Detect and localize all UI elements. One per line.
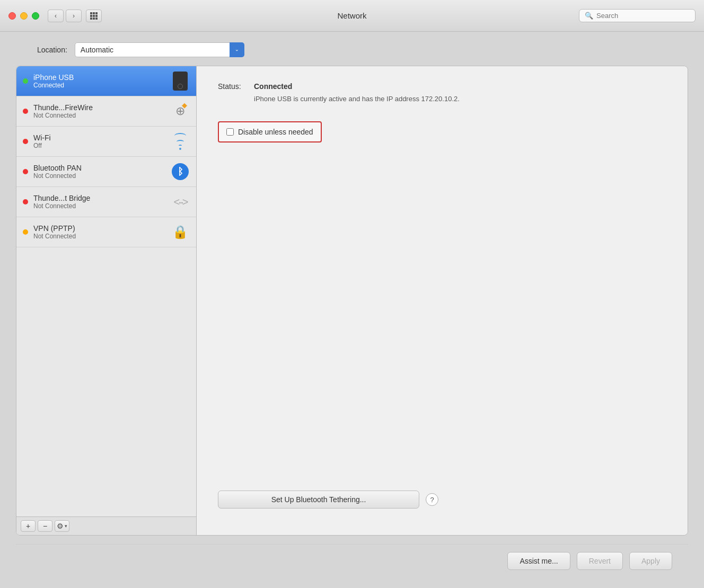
- search-box[interactable]: 🔍: [579, 9, 696, 22]
- search-input[interactable]: [596, 12, 681, 20]
- sidebar-item-iphone-usb[interactable]: iPhone USB Connected: [16, 66, 196, 96]
- minimize-button[interactable]: [20, 12, 28, 20]
- detail-spacer: [218, 142, 666, 491]
- status-dot-red-bt: [23, 169, 28, 174]
- vpn-name: VPN (PPTP): [33, 224, 171, 233]
- iphone-usb-status: Connected: [33, 82, 171, 89]
- vpn-status: Not Connected: [33, 233, 171, 240]
- iphone-icon: [171, 72, 190, 91]
- grid-button[interactable]: [86, 10, 102, 22]
- status-row: Status: Connected iPhone USB is currentl…: [218, 82, 666, 104]
- sidebar-item-bluetooth-pan[interactable]: Bluetooth PAN Not Connected ᛒ: [16, 157, 196, 187]
- location-select[interactable]: Automatic: [75, 42, 244, 57]
- wifi-status: Off: [33, 142, 171, 149]
- wifi-name: Wi-Fi: [33, 133, 171, 142]
- setup-bluetooth-button[interactable]: Set Up Bluetooth Tethering...: [218, 491, 419, 509]
- panels-container: iPhone USB Connected Thunde...FireWire N…: [16, 66, 688, 536]
- help-button[interactable]: ?: [426, 493, 438, 506]
- main-content: Location: Automatic iPhone USB Connected: [0, 32, 704, 588]
- detail-panel: Status: Connected iPhone USB is currentl…: [197, 66, 688, 535]
- revert-button[interactable]: Revert: [577, 552, 623, 570]
- remove-network-button[interactable]: −: [38, 520, 52, 532]
- status-connected-value: Connected: [254, 82, 460, 91]
- status-description: iPhone USB is currently active and has t…: [254, 94, 460, 104]
- sidebar-item-wifi[interactable]: Wi-Fi Off: [16, 127, 196, 157]
- status-dot-red: [23, 109, 28, 114]
- sidebar-item-thunderbolt-firewire[interactable]: Thunde...FireWire Not Connected ⊕ ◆: [16, 96, 196, 127]
- thunderbolt-bridge-status: Not Connected: [33, 202, 171, 210]
- bluetooth-pan-text: Bluetooth PAN Not Connected: [33, 164, 171, 180]
- location-bar: Location: Automatic: [16, 42, 688, 57]
- status-value-container: Connected iPhone USB is currently active…: [254, 82, 460, 104]
- sidebar-toolbar: + − ⚙ ▾: [16, 516, 196, 535]
- thunderbolt-firewire-status: Not Connected: [33, 112, 171, 119]
- location-label: Location:: [37, 46, 67, 54]
- bluetooth-icon: ᛒ: [171, 162, 190, 181]
- thunderbolt-firewire-name: Thunde...FireWire: [33, 103, 171, 112]
- disable-checkbox-container[interactable]: Disable unless needed: [218, 121, 322, 142]
- bluetooth-pan-name: Bluetooth PAN: [33, 164, 171, 172]
- sidebar-item-thunderbolt-bridge[interactable]: Thunde...t Bridge Not Connected <···>: [16, 187, 196, 217]
- thunderbolt-firewire-text: Thunde...FireWire Not Connected: [33, 103, 171, 119]
- iphone-device-icon: [173, 72, 188, 91]
- bluetooth-pan-status: Not Connected: [33, 172, 171, 180]
- status-label: Status:: [218, 82, 250, 91]
- nav-buttons: ‹ ›: [48, 10, 82, 22]
- apply-button[interactable]: Apply: [629, 552, 672, 570]
- bottom-bar: Assist me... Revert Apply: [16, 544, 688, 577]
- thunderbolt-bridge-icon: <···>: [171, 192, 190, 211]
- back-button[interactable]: ‹: [48, 10, 64, 22]
- iphone-usb-name: iPhone USB: [33, 73, 171, 82]
- sidebar: iPhone USB Connected Thunde...FireWire N…: [16, 66, 197, 535]
- sidebar-list: iPhone USB Connected Thunde...FireWire N…: [16, 66, 196, 516]
- window-title: Network: [337, 11, 366, 20]
- location-select-container: Automatic: [75, 42, 244, 57]
- status-dot-red-wifi: [23, 139, 28, 144]
- close-button[interactable]: [8, 12, 16, 20]
- vpn-lock-icon: 🔒: [171, 222, 190, 242]
- status-dot-green: [23, 78, 28, 84]
- chevron-down-icon: ▾: [65, 523, 67, 529]
- wifi-icon: [171, 132, 190, 151]
- gear-icon: ⚙: [57, 522, 64, 530]
- add-network-button[interactable]: +: [21, 520, 36, 532]
- sidebar-item-vpn[interactable]: VPN (PPTP) Not Connected 🔒: [16, 217, 196, 247]
- status-dot-yellow-vpn: [23, 229, 28, 235]
- iphone-usb-text: iPhone USB Connected: [33, 73, 171, 89]
- gear-menu-button[interactable]: ⚙ ▾: [55, 520, 69, 532]
- thunderbolt-bridge-name: Thunde...t Bridge: [33, 194, 171, 202]
- forward-button[interactable]: ›: [66, 10, 82, 22]
- traffic-lights: [8, 12, 39, 20]
- title-bar: ‹ › Network 🔍: [0, 0, 704, 32]
- status-dot-red-tb: [23, 199, 28, 204]
- assist-me-button[interactable]: Assist me...: [507, 552, 570, 570]
- bottom-action-row: Set Up Bluetooth Tethering... ?: [218, 491, 666, 509]
- grid-icon: [90, 12, 98, 20]
- thunderbolt-bridge-text: Thunde...t Bridge Not Connected: [33, 194, 171, 210]
- disable-label: Disable unless needed: [238, 128, 313, 136]
- search-icon: 🔍: [585, 12, 593, 20]
- firewire-icon: ⊕ ◆: [171, 102, 190, 121]
- vpn-text: VPN (PPTP) Not Connected: [33, 224, 171, 240]
- gear-dropdown: ⚙ ▾: [57, 522, 67, 530]
- maximize-button[interactable]: [32, 12, 39, 20]
- disable-checkbox[interactable]: [226, 128, 234, 136]
- wifi-text: Wi-Fi Off: [33, 133, 171, 149]
